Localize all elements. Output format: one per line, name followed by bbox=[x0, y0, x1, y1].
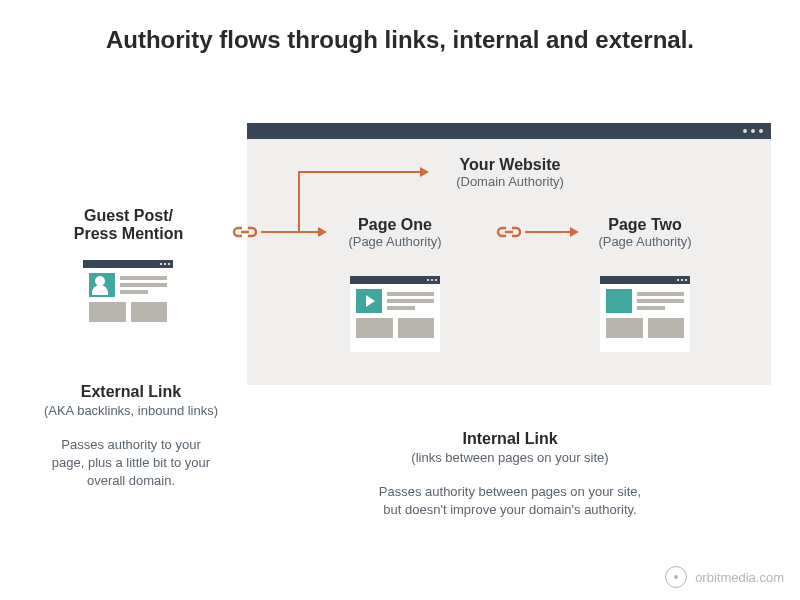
external-link-section: External Link (AKA backlinks, inbound li… bbox=[26, 383, 236, 491]
logo-icon bbox=[665, 566, 687, 588]
window-dot-icon bbox=[759, 129, 763, 133]
diagram-title: Authority flows through links, internal … bbox=[0, 0, 800, 54]
arrow-branch-to-website bbox=[298, 171, 420, 173]
node-subtext: (Page Authority) bbox=[570, 234, 720, 249]
footer-credit: orbitmedia.com bbox=[665, 566, 784, 588]
play-icon bbox=[356, 289, 382, 313]
window-dot-icon bbox=[743, 129, 747, 133]
internal-link-section: Internal Link (links between pages on yo… bbox=[330, 430, 690, 519]
mini-titlebar bbox=[600, 276, 690, 284]
page-thumbnail-guest bbox=[83, 260, 173, 336]
image-icon bbox=[606, 289, 632, 313]
node-your-website: Your Website (Domain Authority) bbox=[425, 156, 595, 189]
arrow-guest-to-pageone bbox=[261, 231, 318, 233]
arrow-head-icon bbox=[318, 227, 327, 237]
mini-titlebar bbox=[83, 260, 173, 268]
section-subtext: (AKA backlinks, inbound links) bbox=[26, 403, 236, 418]
page-thumbnail-one bbox=[350, 276, 440, 352]
footer-text: orbitmedia.com bbox=[695, 570, 784, 585]
node-heading: Guest Post/ Press Mention bbox=[51, 207, 206, 243]
node-page-two: Page Two (Page Authority) bbox=[570, 216, 720, 249]
arrow-branch-vertical bbox=[298, 171, 300, 233]
node-page-one: Page One (Page Authority) bbox=[320, 216, 470, 249]
arrow-head-icon bbox=[570, 227, 579, 237]
section-subtext: (links between pages on your site) bbox=[330, 450, 690, 465]
node-heading: Page Two bbox=[570, 216, 720, 234]
chain-link-icon bbox=[232, 225, 258, 239]
node-heading: Your Website bbox=[425, 156, 595, 174]
arrow-pageone-to-pagetwo bbox=[525, 231, 570, 233]
section-heading: Internal Link bbox=[330, 430, 690, 448]
node-subtext: (Domain Authority) bbox=[425, 174, 595, 189]
arrow-head-icon bbox=[420, 167, 429, 177]
avatar-icon bbox=[89, 273, 115, 297]
chain-link-icon bbox=[496, 225, 522, 239]
node-subtext: (Page Authority) bbox=[320, 234, 470, 249]
window-titlebar bbox=[247, 123, 771, 139]
node-heading: Page One bbox=[320, 216, 470, 234]
section-heading: External Link bbox=[26, 383, 236, 401]
section-body: Passes authority between pages on your s… bbox=[330, 483, 690, 519]
page-thumbnail-two bbox=[600, 276, 690, 352]
node-guest-post: Guest Post/ Press Mention bbox=[51, 207, 206, 243]
mini-titlebar bbox=[350, 276, 440, 284]
window-dot-icon bbox=[751, 129, 755, 133]
section-body: Passes authority to your page, plus a li… bbox=[26, 436, 236, 491]
